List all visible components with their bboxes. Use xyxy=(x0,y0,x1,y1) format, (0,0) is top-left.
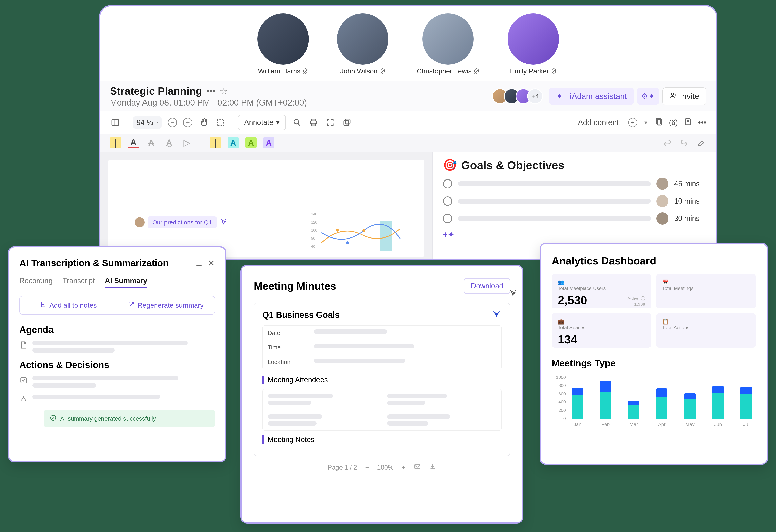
participant: John Wilson xyxy=(337,13,388,75)
avatar xyxy=(508,13,559,65)
tab-ai-summary[interactable]: AI Summary xyxy=(105,277,147,288)
chart-bar: Mar xyxy=(624,373,643,427)
text-highlight-cyan-icon[interactable]: A xyxy=(227,137,239,148)
text-highlight-yellow-icon[interactable]: ❘ xyxy=(210,137,221,148)
chevron-down-icon: ▾ xyxy=(276,118,280,127)
undo-icon[interactable] xyxy=(662,138,672,148)
mail-icon[interactable] xyxy=(414,463,421,472)
squiggly-underline-icon[interactable]: A̰ xyxy=(163,137,175,148)
pages-icon[interactable] xyxy=(655,118,663,128)
goal-duration: 30 mins xyxy=(674,214,707,223)
tab-transcript[interactable]: Transcript xyxy=(63,277,95,288)
extra-attendee-count[interactable]: +4 xyxy=(527,88,543,104)
meeting-notes-heading: Meeting Notes xyxy=(262,435,502,444)
popout-icon[interactable] xyxy=(342,117,352,128)
agenda-heading: Agenda xyxy=(19,324,215,335)
actions-heading: Actions & Decisions xyxy=(19,359,215,370)
avatar xyxy=(656,178,668,190)
fullscreen-icon[interactable] xyxy=(325,117,336,128)
tab-recording[interactable]: Recording xyxy=(19,277,52,288)
star-icon[interactable]: ☆ xyxy=(220,86,227,96)
zoom-value: 100% xyxy=(377,464,394,471)
redo-icon[interactable] xyxy=(679,138,690,148)
cursor-click-icon xyxy=(509,289,518,300)
annotate-button[interactable]: Annotate ▾ xyxy=(238,115,286,130)
print-icon[interactable] xyxy=(309,117,319,128)
regenerate-summary-button[interactable]: Regenerate summary xyxy=(118,296,215,314)
pan-hand-icon[interactable] xyxy=(198,117,209,128)
add-all-to-notes-button[interactable]: Add all to notes xyxy=(20,296,118,314)
assistant-button[interactable]: ✦⁺ iAdam assistant xyxy=(549,87,634,105)
meetings-type-chart: 1000 800 600 400 200 0 JanFebMarAprMayJu… xyxy=(552,375,756,427)
add-content-button[interactable]: + xyxy=(628,118,637,127)
document-canvas[interactable]: Our predictions for Q1 140 120 100 80 60 xyxy=(100,152,432,260)
mic-muted-icon xyxy=(551,68,557,74)
invite-button[interactable]: Invite xyxy=(662,87,707,105)
close-icon[interactable]: ✕ xyxy=(208,258,215,268)
meeting-info-bar: Strategic Planning ••• ☆ Monday Aug 08, … xyxy=(100,81,716,111)
stat-value: 2,530 xyxy=(558,293,587,307)
analytics-title: Analytics Dashboard xyxy=(552,255,756,267)
goal-placeholder xyxy=(458,199,651,203)
comment-bubble[interactable]: Our predictions for Q1 xyxy=(135,216,228,228)
text-highlight-purple-icon[interactable]: A xyxy=(263,137,274,148)
more-icon[interactable]: ••• xyxy=(206,86,216,96)
zoom-in-button[interactable]: + xyxy=(183,118,192,127)
ai-panel-title: AI Transcription & Summarization xyxy=(19,257,191,269)
participant: William Harris xyxy=(257,13,309,75)
analytics-panel: Analytics Dashboard 👥 Total Meetplace Us… xyxy=(540,242,768,465)
svg-text:100: 100 xyxy=(311,228,317,232)
svg-rect-3 xyxy=(217,120,223,125)
goal-item[interactable]: 45 mins xyxy=(443,178,707,190)
radio-icon[interactable] xyxy=(443,196,452,206)
stat-card-spaces[interactable]: 💼 Total Spaces 134 xyxy=(552,313,651,348)
zoom-out-button[interactable]: − xyxy=(168,118,177,127)
zoom-in-button[interactable]: + xyxy=(402,464,406,471)
x-tick-label: Apr xyxy=(658,422,665,427)
download-button[interactable]: Download xyxy=(464,278,510,294)
check-circle-icon xyxy=(50,414,56,423)
highlighter-yellow-icon[interactable]: ❘ xyxy=(110,137,121,148)
attendee-stack[interactable]: +4 xyxy=(496,88,543,104)
svg-point-0 xyxy=(671,93,674,96)
eraser-icon[interactable] xyxy=(696,138,707,148)
comment-text: Our predictions for Q1 xyxy=(148,216,217,228)
radio-icon[interactable] xyxy=(443,214,452,223)
download-icon[interactable] xyxy=(429,463,436,472)
add-content-label: Add content: xyxy=(578,118,621,127)
strikethrough-icon[interactable]: A xyxy=(146,137,157,148)
x-tick-label: Feb xyxy=(601,422,610,427)
add-goal-button[interactable]: +✦ xyxy=(443,230,707,239)
participant-name: William Harris xyxy=(258,67,301,75)
goal-item[interactable]: 30 mins xyxy=(443,212,707,224)
insert-shape-icon[interactable]: ▷ xyxy=(181,137,192,148)
info-icon[interactable]: ⓘ xyxy=(641,296,645,301)
avatar xyxy=(257,13,309,65)
more-icon[interactable]: ••• xyxy=(698,118,707,127)
assistant-settings-button[interactable]: ⚙✦ xyxy=(637,87,659,105)
chart-bar: Apr xyxy=(652,373,671,427)
zoom-out-button[interactable]: − xyxy=(365,464,369,471)
target-icon: 🎯 xyxy=(443,158,457,172)
svg-point-22 xyxy=(336,229,339,232)
avatar xyxy=(422,13,474,65)
stat-card-actions[interactable]: 📋 Total Actions xyxy=(656,313,756,348)
minutes-doc-title: Q1 Business Goals xyxy=(262,310,502,320)
zoom-control[interactable]: 94 % ▾ xyxy=(133,116,162,129)
stat-card-users[interactable]: 👥 Total Meetplace Users 2,530 Active ⓘ1,… xyxy=(552,274,651,309)
sidebar-toggle-icon[interactable] xyxy=(110,117,121,128)
goal-item[interactable]: 10 mins xyxy=(443,195,707,207)
notes-icon[interactable] xyxy=(684,118,692,128)
text-highlight-green-icon[interactable]: A xyxy=(245,137,257,148)
underline-red-icon[interactable]: A xyxy=(128,137,139,148)
stat-card-meetings[interactable]: 📅 Total Meetings xyxy=(656,274,756,309)
search-icon[interactable] xyxy=(292,117,302,128)
task-icon: 📋 xyxy=(662,319,669,325)
radio-icon[interactable] xyxy=(443,179,452,188)
chevron-down-icon[interactable]: ▾ xyxy=(644,119,647,126)
svg-text:60: 60 xyxy=(311,244,315,248)
minutes-title: Meeting Minutes xyxy=(254,280,464,292)
sidebar-toggle-icon[interactable] xyxy=(195,258,203,268)
x-tick-label: Mar xyxy=(629,422,638,427)
marquee-select-icon[interactable] xyxy=(215,117,225,128)
